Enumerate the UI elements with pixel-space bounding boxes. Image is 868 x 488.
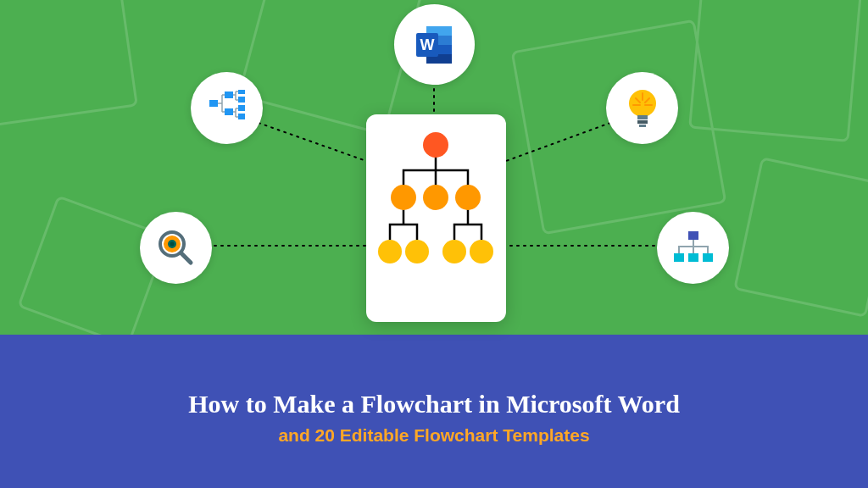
svg-point-25: [170, 241, 174, 246]
svg-rect-16: [238, 105, 245, 111]
svg-rect-17: [238, 114, 245, 119]
svg-point-33: [423, 185, 448, 210]
svg-point-34: [455, 185, 481, 210]
svg-line-26: [181, 253, 191, 263]
svg-point-37: [442, 240, 466, 263]
svg-point-32: [391, 185, 416, 210]
svg-rect-15: [238, 97, 245, 103]
svg-rect-21: [639, 125, 646, 127]
svg-rect-30: [703, 253, 713, 262]
page-subtitle: and 20 Editable Flowchart Templates: [0, 425, 868, 446]
svg-point-31: [423, 132, 448, 158]
flowchart-card: [366, 114, 506, 322]
svg-rect-20: [637, 120, 648, 124]
svg-rect-28: [674, 253, 684, 262]
svg-point-35: [378, 240, 402, 263]
svg-rect-19: [637, 115, 648, 119]
svg-point-38: [470, 240, 493, 263]
org-chart-icon: [191, 72, 263, 144]
svg-rect-29: [688, 253, 698, 262]
svg-point-36: [405, 240, 429, 263]
hierarchy-icon: [657, 212, 729, 284]
svg-rect-27: [688, 231, 698, 240]
svg-text:W: W: [420, 36, 434, 53]
lightbulb-icon: [606, 72, 678, 144]
svg-rect-11: [209, 100, 218, 107]
page-title: How to Make a Flowchart in Microsoft Wor…: [0, 390, 868, 419]
tree-diagram: [376, 130, 496, 307]
svg-rect-12: [225, 92, 233, 98]
magnifier-icon: [140, 212, 212, 284]
svg-rect-14: [238, 90, 245, 94]
svg-rect-13: [225, 108, 233, 115]
word-icon: W: [394, 4, 475, 85]
